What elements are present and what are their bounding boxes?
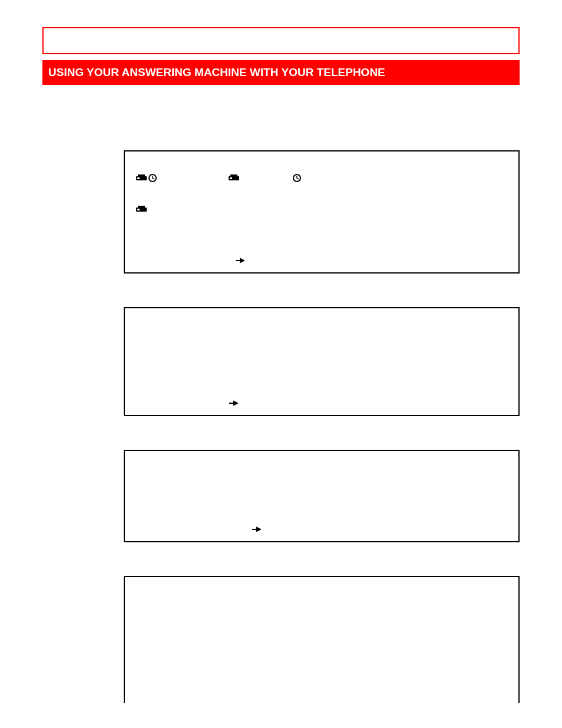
fax-icon (135, 174, 147, 184)
blank-lines (135, 223, 508, 248)
svg-rect-2 (137, 177, 140, 179)
section-title: USING YOUR ANSWERING MACHINE WITH YOUR T… (48, 66, 385, 79)
choice-clock (293, 174, 301, 184)
step-line (135, 383, 508, 391)
question-prompt: How do I set my Remote Access Code? (124, 291, 520, 301)
box-footer: See "Message Indicator" in Chapter 9 (135, 525, 508, 535)
step-line (135, 476, 508, 484)
svg-rect-10 (137, 209, 140, 210)
step-line (135, 509, 508, 517)
footer-text: See "Message Indicator" in Chapter 9 (265, 526, 392, 535)
question-prompt: How do I listen to my voice messages? (124, 560, 520, 570)
steps (135, 476, 508, 517)
page-number: 6 - 4 (51, 707, 66, 716)
box-title: To set your Remote Access Code: (135, 315, 508, 325)
box-title: Remote Access is when you use your telep… (135, 159, 508, 168)
fax-icon (135, 205, 147, 215)
answer-box: To check whether you have any messages: … (124, 450, 520, 542)
answer-label: Answer: (135, 192, 508, 202)
step-line (135, 651, 508, 660)
answer-box: To listen to your voice messages: (124, 576, 520, 703)
clock-icon (293, 174, 301, 184)
box-footer: See "Using Remote Access Code" in Chapte… (135, 256, 508, 266)
step-line (135, 492, 508, 500)
choice-row: and (135, 174, 508, 184)
step-line (135, 366, 508, 374)
question-prompt: What is Remote Access? (124, 134, 520, 144)
fax-icon (228, 174, 240, 184)
steps (135, 602, 508, 660)
footer-text: See "Changing Remote Access Code" in Cha… (242, 400, 415, 409)
footer-text: See "Using Remote Access Code" in Chapte… (248, 257, 409, 266)
answer-row: in the same way as you would sitting in … (135, 205, 508, 215)
box-footer: See "Changing Remote Access Code" in Cha… (135, 399, 508, 409)
svg-rect-6 (230, 177, 232, 179)
box-title: To check whether you have any messages: (135, 458, 508, 467)
intro-text: There are many convenient functions in y… (48, 100, 514, 123)
choice-fax (228, 174, 240, 184)
pointing-hand-icon (252, 525, 261, 535)
clock-icon (148, 174, 157, 184)
chapter-title-box: CHAPTER 6: USING YOUR ANSWERING MACHINE (42, 27, 520, 54)
svg-rect-5 (230, 174, 237, 177)
step-line (135, 350, 508, 358)
pointing-hand-icon (235, 256, 244, 266)
svg-rect-9 (138, 206, 145, 208)
question-number: 1. (51, 149, 58, 159)
section-bar: USING YOUR ANSWERING MACHINE WITH YOUR T… (42, 60, 520, 85)
svg-rect-1 (138, 174, 145, 177)
choice-label: and (161, 174, 175, 183)
pointing-hand-icon (229, 399, 238, 409)
chapter-title: CHAPTER 6: USING YOUR ANSWERING MACHINE (49, 34, 361, 49)
answer-box: To set your Remote Access Code: See "Cha… (124, 307, 520, 416)
box-title: To listen to your voice messages: (135, 584, 508, 594)
steps (135, 333, 508, 391)
choice-fax-and-clock: and (135, 174, 175, 184)
step-line (135, 602, 508, 610)
step-line (135, 618, 508, 627)
answer-text: in the same way as you would sitting in … (152, 205, 336, 215)
step-line (135, 333, 508, 341)
step-line (135, 635, 508, 643)
answer-box: Remote Access is when you use your telep… (124, 150, 520, 274)
question-prompt: How do I check to see if I've received a… (124, 434, 520, 444)
